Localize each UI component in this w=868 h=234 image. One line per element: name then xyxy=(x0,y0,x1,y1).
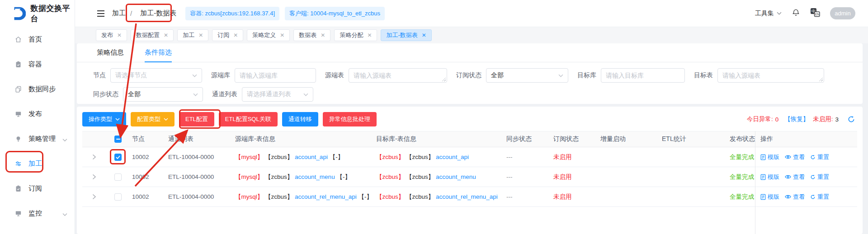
target-engine: 【zcbus】 xyxy=(376,173,404,180)
cell-target: 【zcbus】 【zcbus】 account_menu xyxy=(373,173,503,181)
chevron-down-icon xyxy=(777,12,782,15)
target-table-link[interactable]: account_menu xyxy=(436,173,476,180)
select-all-checkbox[interactable] xyxy=(114,136,122,143)
source-table-link[interactable]: account_rel_menu_api xyxy=(295,193,357,200)
close-icon[interactable]: ✕ xyxy=(233,33,238,38)
target-engine: 【zcbus】 xyxy=(376,193,404,200)
row-checkbox[interactable] xyxy=(114,193,122,201)
row-checkbox[interactable] xyxy=(114,173,122,181)
source-table-link[interactable]: account_menu xyxy=(295,173,335,180)
node-select[interactable]: 请选择节点 xyxy=(110,68,202,83)
client-tag: 客户端: 10004-mysql_to_etl_zcbus xyxy=(285,7,385,20)
source-table-link[interactable]: account_api xyxy=(295,154,328,160)
config-type-button[interactable]: 配置类型 xyxy=(131,112,175,126)
tab-subscribe[interactable]: 订阅✕ xyxy=(212,29,243,41)
source-db-input[interactable] xyxy=(235,68,316,83)
target-table-textarea-wrap xyxy=(717,68,824,83)
view-action[interactable]: 查看 xyxy=(785,193,805,201)
col-etl: ETL统计 xyxy=(658,135,726,143)
col-node: 节点 xyxy=(128,135,165,143)
expand-row-icon[interactable] xyxy=(82,154,108,160)
sub-status-select[interactable]: 全部 xyxy=(486,68,568,83)
target-db-input[interactable] xyxy=(601,68,685,83)
cell-source: 【mysql】 【zcbus】 account_menu 【-】 xyxy=(231,173,373,181)
action-label: 模版 xyxy=(768,193,779,201)
refresh-icon[interactable] xyxy=(847,115,855,123)
target-table-link[interactable]: account_api xyxy=(436,154,469,160)
tab-processing-data-table[interactable]: 加工-数据表✕ xyxy=(381,29,431,41)
eye-icon xyxy=(785,174,791,179)
sidebar-item-processing[interactable]: 加工 xyxy=(0,151,75,176)
sidebar-item-home[interactable]: 首页 xyxy=(0,27,75,52)
document-icon xyxy=(760,154,766,160)
sidebar-item-subscribe[interactable]: 订阅 xyxy=(0,176,75,201)
filter-panel: 策略信息 条件筛选 节点 请选择节点 源端库 源端表 订阅状态 全部 目标库 xyxy=(77,43,863,104)
channel-list-select[interactable]: 请选择通道列表 xyxy=(242,87,313,102)
close-icon[interactable]: ✕ xyxy=(164,33,168,38)
operation-type-button[interactable]: 操作类型 xyxy=(82,112,126,126)
toolbox-dropdown[interactable]: 工具集 xyxy=(755,9,782,18)
col-sync: 同步状态 xyxy=(503,135,550,143)
reset-action[interactable]: 重置 xyxy=(810,153,829,161)
reset-action[interactable]: 重置 xyxy=(810,193,829,201)
channel-transfer-button[interactable]: 通道转移 xyxy=(282,112,318,126)
sidebar-item-label: 数据同步 xyxy=(28,85,56,94)
sync-status-select[interactable]: 全部 xyxy=(123,87,203,102)
tab-data-config[interactable]: 数据配置✕ xyxy=(131,29,174,41)
template-action[interactable]: 模版 xyxy=(760,193,779,201)
col-channel: 通道列表 xyxy=(165,135,231,143)
target-engine: 【zcbus】 xyxy=(376,154,404,160)
template-action[interactable]: 模版 xyxy=(760,153,779,161)
tab-policy-info[interactable]: 策略信息 xyxy=(97,43,124,62)
sidebar-item-monitoring[interactable]: 监控 xyxy=(0,201,75,226)
view-action[interactable]: 查看 xyxy=(785,173,805,181)
target-table-textarea[interactable] xyxy=(717,68,824,83)
sidebar-item-publish[interactable]: 发布 xyxy=(0,102,75,126)
tab-condition-filter[interactable]: 条件筛选 xyxy=(145,43,172,62)
target-table-link[interactable]: account_rel_menu_api xyxy=(436,193,498,200)
table-row: 10002 ETL-10004-0000 【mysql】 【zcbus】 acc… xyxy=(82,147,857,167)
close-icon[interactable]: ✕ xyxy=(422,33,426,38)
tab-publish[interactable]: 发布✕ xyxy=(96,29,127,41)
tab-policy-define[interactable]: 策略定义✕ xyxy=(247,29,290,41)
tab-policy-assign[interactable]: 策略分配✕ xyxy=(334,29,377,41)
close-icon[interactable]: ✕ xyxy=(280,33,284,38)
source-table-textarea[interactable] xyxy=(349,68,447,83)
action-label: 查看 xyxy=(793,153,805,161)
col-sub: 订阅状态 xyxy=(550,135,597,143)
target-db: 【zcbus】 xyxy=(406,154,434,160)
tab-data-table[interactable]: 数据表✕ xyxy=(293,29,330,41)
user-avatar[interactable]: admin xyxy=(830,7,855,19)
close-icon[interactable]: ✕ xyxy=(321,33,325,38)
close-icon[interactable]: ✕ xyxy=(117,33,122,38)
sidebar-item-data-sync[interactable]: 数据同步 xyxy=(0,77,75,102)
eye-icon xyxy=(785,154,791,159)
collapse-menu-icon[interactable] xyxy=(97,10,105,17)
home-icon xyxy=(14,36,22,43)
cell-sync-status: --- xyxy=(503,173,550,180)
notification-bell-icon[interactable] xyxy=(792,8,800,19)
expand-row-icon[interactable] xyxy=(82,194,108,200)
close-icon[interactable]: ✕ xyxy=(198,33,203,38)
template-action[interactable]: 模版 xyxy=(760,173,779,181)
language-switch-icon[interactable]: 中EN xyxy=(810,8,820,19)
row-checkbox[interactable] xyxy=(114,154,122,161)
error-batch-button[interactable]: 异常信息批处理 xyxy=(323,112,377,126)
tab-processing[interactable]: 加工✕ xyxy=(177,29,208,41)
tab-label: 数据表 xyxy=(299,31,316,39)
view-action[interactable]: 查看 xyxy=(785,153,805,161)
close-icon[interactable]: ✕ xyxy=(367,33,372,38)
clipboard-icon xyxy=(14,61,22,68)
eye-icon xyxy=(785,194,791,199)
side-menu: 首页 容器 数据同步 发布 策略管理 加工 订阅 监控 xyxy=(0,27,75,226)
etl-config-button[interactable]: ETL配置 xyxy=(179,112,214,126)
expand-row-icon[interactable] xyxy=(82,174,108,180)
sidebar-item-container[interactable]: 容器 xyxy=(0,52,75,77)
node-label: 节点 xyxy=(93,71,106,80)
etl-sql-relation-button[interactable]: ETL配置SQL关联 xyxy=(219,112,278,126)
breadcrumb-parent[interactable]: 加工 xyxy=(112,9,126,18)
sidebar-item-policy-mgmt[interactable]: 策略管理 xyxy=(0,126,75,151)
reset-action[interactable]: 重置 xyxy=(810,173,829,181)
target-db: 【zcbus】 xyxy=(406,173,434,180)
recover-link[interactable]: 【恢复】 xyxy=(784,115,809,123)
